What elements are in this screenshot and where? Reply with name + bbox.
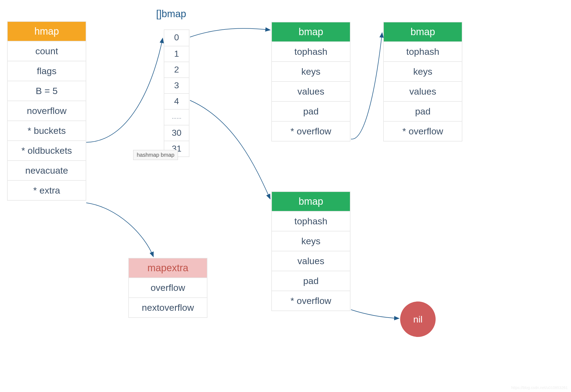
nil-label: nil (413, 314, 423, 325)
hmap-struct: hmap count flags B = 5 noverflow * bucke… (7, 21, 86, 201)
hmap-field-extra: * extra (8, 180, 86, 200)
bmap-field: keys (272, 61, 350, 81)
bmap-struct-1: bmap tophash keys values pad * overflow (271, 22, 350, 141)
mapextra-field: overflow (129, 278, 207, 297)
slice-cell: 30 (164, 125, 189, 141)
bmap-field: tophash (272, 41, 350, 61)
slice-cell: 3 (164, 77, 189, 93)
hmap-field: nevacuate (8, 160, 86, 180)
hmap-field: noverflow (8, 101, 86, 120)
bmap-header: bmap (384, 22, 462, 41)
bmap-field-overflow: * overflow (384, 121, 462, 141)
hmap-header: hmap (8, 22, 86, 41)
bucket-slice: 0 1 2 3 4 …… 30 31 (164, 29, 189, 157)
nil-node: nil (400, 301, 436, 337)
bmap-field: keys (384, 61, 462, 81)
slice-cell: 2 (164, 62, 189, 77)
mapextra-header: mapextra (129, 258, 207, 278)
bmap-field: keys (272, 231, 350, 251)
slice-cell: 1 (164, 46, 189, 62)
mapextra-struct: mapextra overflow nextoverflow (128, 258, 207, 318)
hmap-field: * oldbuckets (8, 140, 86, 160)
bmap-struct-2: bmap tophash keys values pad * overflow (383, 22, 462, 141)
bmap-field: pad (272, 271, 350, 291)
bmap-struct-3: bmap tophash keys values pad * overflow (271, 191, 350, 311)
bmap-field-overflow: * overflow (272, 121, 350, 141)
hmap-field: B = 5 (8, 81, 86, 101)
bmap-field: pad (272, 101, 350, 121)
bmap-header: bmap (272, 22, 350, 41)
watermark: https://blog.csdn.net/u010853261 (511, 385, 568, 390)
hmap-field-buckets: * buckets (8, 120, 86, 140)
slice-type-label: []bmap (156, 8, 186, 20)
bmap-field-overflow: * overflow (272, 291, 350, 310)
hmap-field: count (8, 41, 86, 61)
bmap-field: values (272, 251, 350, 271)
tooltip-hashmap-bmap: hashmap bmap (133, 150, 178, 160)
bmap-field: tophash (272, 211, 350, 231)
bmap-field: tophash (384, 41, 462, 61)
slice-cell: 0 (164, 30, 189, 46)
slice-cell-ellipsis: …… (164, 109, 189, 125)
hmap-field: flags (8, 61, 86, 81)
bmap-field: values (384, 81, 462, 101)
slice-cell: 4 (164, 93, 189, 109)
bmap-header: bmap (272, 192, 350, 211)
mapextra-field: nextoverflow (129, 297, 207, 317)
bmap-field: pad (384, 101, 462, 121)
bmap-field: values (272, 81, 350, 101)
